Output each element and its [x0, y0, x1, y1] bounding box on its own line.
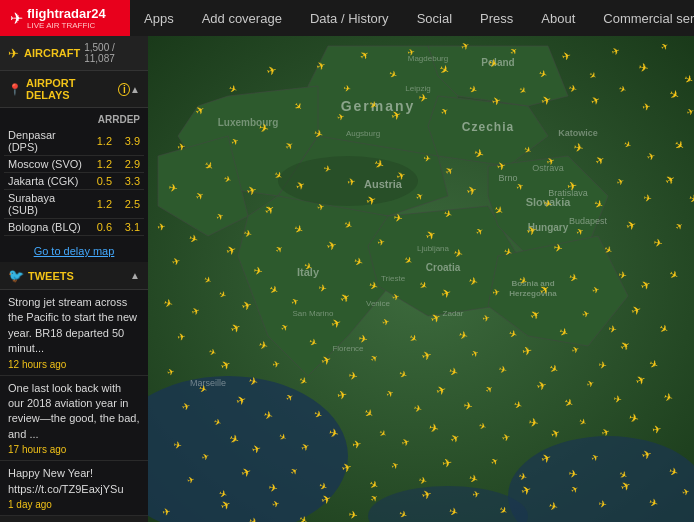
- airport-name: Surabaya (SUB): [8, 192, 84, 216]
- tweet-item[interactable]: One last look back with our 2018 aviatio…: [0, 376, 148, 462]
- airport-delays-title: 📍 AIRPORT DELAYS i: [8, 77, 130, 101]
- airport-delays-collapse[interactable]: ▲: [130, 84, 140, 95]
- tweets-label: TWEETS: [28, 270, 74, 282]
- airport-name: Jakarta (CGK): [8, 175, 84, 187]
- airport-row[interactable]: Bologna (BLQ) 0.6 3.1: [4, 219, 144, 236]
- svg-text:Zadar: Zadar: [443, 309, 464, 318]
- airport-arr: 0.6: [84, 221, 112, 233]
- map-area[interactable]: Germany Czechia Austria Croatia Bosnia a…: [148, 36, 694, 522]
- airport-row[interactable]: Surabaya (SUB) 1.2 2.5: [4, 190, 144, 219]
- svg-text:Katowice: Katowice: [558, 128, 598, 138]
- airport-row[interactable]: Denpasar (DPS) 1.2 3.9: [4, 127, 144, 156]
- nav-item-add-coverage[interactable]: Add coverage: [188, 0, 296, 36]
- airport-col-dep: DEP: [119, 114, 140, 125]
- airport-name: Bologna (BLQ): [8, 221, 84, 233]
- nav-item-commercial[interactable]: Commercial services: [589, 0, 694, 36]
- sidebar: ✈ AIRCRAFT 1,500 / 11,087 📍 AIRPORT DELA…: [0, 36, 148, 522]
- tweet-text: Strong jet stream across the Pacific to …: [8, 295, 140, 357]
- svg-text:✈: ✈: [343, 83, 353, 94]
- tweets-header: 🐦 TWEETS ▲: [0, 262, 148, 290]
- logo-plane-icon: ✈: [10, 9, 23, 28]
- nav-item-social[interactable]: Social: [403, 0, 466, 36]
- nav-item-apps[interactable]: Apps: [130, 0, 188, 36]
- main-layout: ✈ AIRCRAFT 1,500 / 11,087 📍 AIRPORT DELA…: [0, 36, 694, 522]
- twitter-icon: 🐦: [8, 268, 24, 283]
- airport-dep: 3.3: [112, 175, 140, 187]
- svg-text:✈: ✈: [377, 237, 387, 248]
- nav-item-data-history[interactable]: Data / History: [296, 0, 403, 36]
- blog-header: ❝❝ BLOG POSTS ▲: [0, 516, 148, 522]
- svg-text:Croatia: Croatia: [426, 262, 461, 273]
- airport-delays-label: AIRPORT DELAYS: [26, 77, 110, 101]
- airport-arr: 1.2: [84, 135, 112, 147]
- navbar: ✈ flightradar24 LIVE AIR TRAFFIC AppsAdd…: [0, 0, 694, 36]
- airport-col-spacer: [8, 114, 98, 125]
- airport-dep: 2.5: [112, 198, 140, 210]
- tweets-title: 🐦 TWEETS: [8, 268, 74, 283]
- svg-text:San Marino: San Marino: [293, 309, 334, 318]
- logo[interactable]: ✈ flightradar24 LIVE AIR TRAFFIC: [0, 0, 130, 36]
- airport-arr: 1.2: [84, 198, 112, 210]
- airport-row[interactable]: Moscow (SVO) 1.2 2.9: [4, 156, 144, 173]
- svg-text:Trieste: Trieste: [381, 274, 406, 283]
- svg-text:Budapest: Budapest: [569, 216, 608, 226]
- svg-text:Augsburg: Augsburg: [346, 129, 380, 138]
- airport-col-arr: ARR: [98, 114, 120, 125]
- nav-items: AppsAdd coverageData / HistorySocialPres…: [130, 0, 694, 36]
- map-svg: Germany Czechia Austria Croatia Bosnia a…: [148, 36, 694, 522]
- svg-text:✈: ✈: [407, 47, 417, 58]
- tweet-time: 17 hours ago: [8, 444, 140, 455]
- tweet-text: Happy New Year! https://t.co/TZ9EaxjYSu: [8, 466, 140, 497]
- svg-text:Czechia: Czechia: [462, 120, 514, 134]
- airport-arr: 0.5: [84, 175, 112, 187]
- aircraft-count: 1,500 / 11,087: [84, 42, 140, 64]
- airport-dep: 2.9: [112, 158, 140, 170]
- location-icon: 📍: [8, 83, 22, 96]
- svg-text:Venice: Venice: [366, 299, 391, 308]
- airport-delays-info-icon[interactable]: i: [118, 83, 130, 96]
- logo-text: flightradar24: [27, 6, 106, 21]
- airport-dep: 3.1: [112, 221, 140, 233]
- svg-text:✈: ✈: [492, 287, 502, 298]
- svg-text:Florence: Florence: [332, 344, 364, 353]
- aircraft-bar[interactable]: ✈ AIRCRAFT 1,500 / 11,087: [0, 36, 148, 71]
- aircraft-count-value: 1,500 / 11,087: [84, 42, 115, 64]
- tweet-time: 1 day ago: [8, 499, 140, 510]
- airport-name: Denpasar (DPS): [8, 129, 84, 153]
- airport-dep: 3.9: [112, 135, 140, 147]
- tweet-text: One last look back with our 2018 aviatio…: [8, 381, 140, 443]
- svg-text:Ljubljana: Ljubljana: [417, 244, 450, 253]
- tweet-time: 12 hours ago: [8, 359, 140, 370]
- airport-col-header: ARR DEP: [4, 112, 144, 127]
- aircraft-plane-icon: ✈: [8, 46, 19, 61]
- nav-item-about[interactable]: About: [527, 0, 589, 36]
- svg-text:✈: ✈: [472, 489, 482, 500]
- airport-table: ARR DEP Denpasar (DPS) 1.2 3.9 Moscow (S…: [0, 108, 148, 240]
- tweet-item[interactable]: Strong jet stream across the Pacific to …: [0, 290, 148, 376]
- logo-sub: LIVE AIR TRAFFIC: [27, 21, 106, 30]
- airport-rows-container: Denpasar (DPS) 1.2 3.9 Moscow (SVO) 1.2 …: [4, 127, 144, 236]
- airport-delays-header: 📍 AIRPORT DELAYS i ▲: [0, 71, 148, 108]
- airport-name: Moscow (SVO): [8, 158, 84, 170]
- tweets-collapse[interactable]: ▲: [130, 270, 140, 281]
- goto-delay-map[interactable]: Go to delay map: [0, 240, 148, 262]
- nav-item-press[interactable]: Press: [466, 0, 527, 36]
- airport-row[interactable]: Jakarta (CGK) 0.5 3.3: [4, 173, 144, 190]
- tweets-container: Strong jet stream across the Pacific to …: [0, 290, 148, 516]
- svg-text:✈: ✈: [423, 153, 433, 164]
- svg-text:✈: ✈: [482, 313, 492, 324]
- aircraft-label: AIRCRAFT: [24, 47, 80, 59]
- map-background: Germany Czechia Austria Croatia Bosnia a…: [148, 36, 694, 522]
- svg-text:✈: ✈: [272, 359, 282, 370]
- tweet-item[interactable]: Happy New Year! https://t.co/TZ9EaxjYSu …: [0, 461, 148, 516]
- airport-arr: 1.2: [84, 158, 112, 170]
- svg-text:Brno: Brno: [498, 173, 517, 183]
